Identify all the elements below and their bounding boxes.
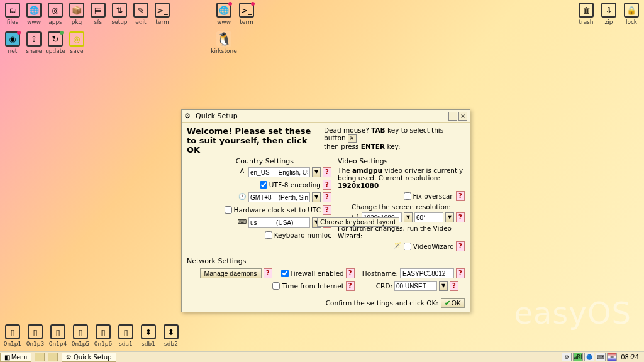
keyboard-tooltip: Choose keyboard layout (317, 217, 399, 227)
usb-icon: ⬍ (164, 324, 179, 339)
drive-0n1p3[interactable]: ▯0n1p3 (25, 324, 45, 349)
drive-icon: ▯ (5, 324, 20, 339)
desktop-icon-net[interactable]: ◉net (3, 31, 23, 57)
desktop-icon-save[interactable]: ◎save (67, 31, 87, 57)
drive-sdb1[interactable]: ⬍sdb1 (138, 324, 158, 349)
clock-icon: 🕐 (238, 193, 247, 202)
desktop-icon-files[interactable]: 🗂files (3, 3, 23, 28)
video-settings-heading: Video Settings (338, 157, 465, 165)
utf8-checkbox[interactable] (260, 181, 267, 189)
crd-select[interactable] (394, 281, 437, 291)
update-icon: ↻ (48, 31, 63, 47)
videowizard-label: VideoWizard (413, 243, 454, 250)
desktop-icon-update[interactable]: ↻update (45, 31, 65, 57)
hostname-label: Hostname: (362, 270, 398, 277)
ok-button[interactable]: ✔OK (441, 298, 465, 308)
help-button[interactable]: ? (323, 180, 331, 190)
time-internet-checkbox[interactable] (272, 282, 280, 290)
desktop-icon-kirkstone[interactable]: 🐧kirkstone (214, 31, 234, 57)
desktop-icons-mid: 🌐www >_term 🐧kirkstone (214, 3, 257, 57)
chevron-down-icon[interactable]: ▼ (404, 212, 413, 222)
chevron-down-icon[interactable]: ▼ (445, 212, 454, 222)
desktop-pager-2[interactable] (48, 353, 58, 361)
keyboard-select[interactable] (248, 217, 310, 228)
drive-0n1p4[interactable]: ▯0n1p4 (48, 324, 68, 349)
help-button[interactable]: ? (456, 241, 465, 251)
video-driver-text: The amdgpu video driver is currently bei… (338, 167, 465, 189)
tray-settings-icon[interactable]: ⚙ (562, 353, 572, 361)
desktop-icon-edit[interactable]: ✎edit (131, 3, 151, 28)
manage-daemons-button[interactable]: Manage daemons (200, 268, 262, 278)
taskbar-clock[interactable]: 08:24 (618, 354, 641, 361)
desktop-icon-apps[interactable]: ◎apps (45, 3, 65, 28)
hostname-input[interactable] (400, 268, 454, 278)
help-button[interactable]: ? (346, 268, 355, 278)
desktop-icon-trash[interactable]: 🗑trash (576, 3, 596, 28)
mouse-icon-button[interactable]: 🖱 (348, 134, 357, 143)
penguin-icon: 🐧 (216, 31, 231, 47)
help-button[interactable]: ? (323, 205, 331, 215)
desktop-icon-term-container[interactable]: >_term (236, 3, 257, 28)
drive-sda1[interactable]: ▯sda1 (116, 324, 136, 349)
dead-mouse-hint: Dead mouse? TAB key to select this butto… (324, 126, 465, 155)
desktop-pager-1[interactable] (35, 353, 45, 361)
tray-flag-icon[interactable]: ≡ (607, 353, 617, 361)
files-icon: 🗂 (5, 3, 20, 18)
hwclock-checkbox[interactable] (225, 206, 232, 214)
drive-0n1p6[interactable]: ▯0n1p6 (93, 324, 113, 349)
setup-icon: ⚙ (66, 354, 72, 361)
timezone-select[interactable] (248, 192, 310, 202)
desktop-icon-www-container[interactable]: 🌐www (214, 3, 234, 28)
videowizard-checkbox[interactable] (404, 243, 411, 250)
desktop-icon-sfs[interactable]: ▤sfs (88, 3, 108, 28)
window-title: Quick Setup (196, 112, 238, 120)
help-button[interactable]: ? (456, 268, 465, 278)
help-button[interactable]: ? (456, 191, 465, 201)
menu-button[interactable]: ◧Menu (0, 353, 31, 362)
time-internet-label: Time from Internet (282, 282, 344, 290)
drive-icon: ▯ (96, 324, 111, 339)
chevron-down-icon[interactable]: ▼ (439, 281, 448, 291)
help-button[interactable]: ? (456, 212, 465, 222)
drive-icon: ▯ (73, 324, 88, 339)
desktop-icon-share[interactable]: ⇪share (24, 31, 44, 57)
desktop-icon-term[interactable]: >_term (152, 3, 172, 28)
minimize-button[interactable]: _ (448, 112, 457, 121)
locale-icon: A (238, 168, 247, 177)
desktop-icon-lock[interactable]: 🔒lock (621, 3, 641, 28)
help-button[interactable]: ? (323, 167, 331, 177)
help-button[interactable]: ? (323, 192, 331, 202)
utf8-label: UTF-8 encoding (269, 181, 321, 189)
overscan-checkbox[interactable] (404, 192, 411, 200)
globe-icon: 🌐 (216, 3, 231, 18)
chevron-down-icon[interactable]: ▼ (312, 192, 321, 202)
wizard-icon: 🪄 (393, 242, 402, 251)
desktop-icon-setup[interactable]: ⇅setup (109, 3, 130, 28)
desktop-icon-zip[interactable]: ⇩zip (599, 3, 619, 28)
numlock-checkbox[interactable] (265, 231, 272, 239)
help-button[interactable]: ? (450, 281, 458, 291)
locale-select[interactable] (248, 167, 310, 177)
tray-keyboard-icon[interactable]: ⌨ (596, 353, 606, 361)
close-button[interactable]: ✕ (458, 112, 467, 121)
confirm-label: Confirm the settings and click OK: (326, 299, 438, 307)
drive-icon: ▯ (50, 324, 65, 339)
titlebar[interactable]: ⚙ Quick Setup _ ✕ (182, 110, 470, 123)
help-button[interactable]: ? (264, 268, 272, 278)
drive-sdb2[interactable]: ⬍sdb2 (161, 324, 181, 349)
drive-0n1p5[interactable]: ▯0n1p5 (70, 324, 91, 349)
share-icon: ⇪ (26, 31, 42, 47)
firewall-checkbox[interactable] (281, 270, 289, 277)
help-button[interactable]: ? (346, 281, 355, 291)
refresh-select[interactable] (414, 212, 443, 222)
drive-0n1p1[interactable]: ▯0n1p1 (3, 324, 23, 349)
tray-arf-icon[interactable]: aRf (573, 353, 583, 361)
taskbar-item-quicksetup[interactable]: ⚙Quick Setup (62, 353, 116, 362)
desktop-icon-www[interactable]: 🌐www (24, 3, 44, 28)
chevron-down-icon[interactable]: ▼ (312, 167, 321, 177)
quick-setup-dialog: ⚙ Quick Setup _ ✕ Welcome! Please set th… (181, 109, 470, 312)
desktop-icon-pkg[interactable]: 📦pkg (67, 3, 87, 28)
tray-bluetooth-icon[interactable]: 🔵 (584, 353, 594, 361)
globe-icon: 🌐 (26, 3, 42, 18)
drive-icon: ▯ (118, 324, 133, 339)
